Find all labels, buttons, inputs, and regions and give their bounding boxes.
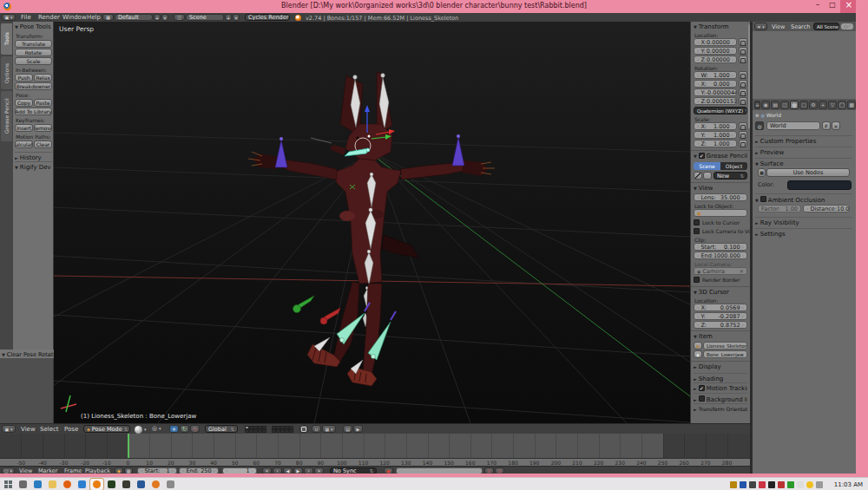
cursor-z-field[interactable]: Z:0.8752 bbox=[694, 321, 747, 329]
mode-select[interactable]: ◈Pose Mode bbox=[83, 425, 130, 433]
background-images-panel-header[interactable]: ►Background Images bbox=[694, 393, 747, 403]
properties-tab-material[interactable]: ◯ bbox=[838, 101, 846, 109]
menu-render[interactable]: Render bbox=[38, 14, 60, 21]
history-panel-header[interactable]: ►History bbox=[15, 152, 52, 161]
timeline-track-area[interactable] bbox=[0, 434, 750, 458]
outliner-editor-type-menu[interactable]: ≡ bbox=[754, 23, 767, 30]
grease-object-toggle[interactable]: Object bbox=[720, 162, 747, 170]
world-color-swatch[interactable] bbox=[787, 180, 852, 190]
prev-keyframe-button[interactable]: ‹ bbox=[273, 467, 282, 474]
viewport-editor-type-menu[interactable]: ▣ bbox=[2, 425, 16, 433]
view-panel-header[interactable]: ▼View bbox=[694, 185, 713, 192]
paste-pose-button[interactable]: Paste bbox=[34, 99, 52, 107]
editor-type-menu[interactable]: ▣ bbox=[2, 14, 16, 21]
properties-tab-modifiers[interactable]: + bbox=[819, 101, 827, 109]
viewport-menu-view[interactable]: View bbox=[21, 426, 36, 433]
lock-rotation-w-button[interactable] bbox=[739, 71, 747, 79]
pose-tools-panel-header[interactable]: ▼Pose Tools bbox=[15, 23, 51, 30]
snap-toggle-button[interactable]: ∪ bbox=[312, 425, 321, 433]
surface-panel-header[interactable]: ▼Surface bbox=[755, 158, 852, 167]
world-icon-button[interactable]: ◍ bbox=[755, 121, 765, 130]
layer-toggle[interactable] bbox=[262, 429, 266, 433]
tab-options[interactable]: Options bbox=[1, 56, 12, 89]
timeline-menu-view[interactable]: View bbox=[19, 467, 32, 474]
pivot-point-select[interactable]: ◎ bbox=[152, 425, 161, 432]
tray-paint-icon[interactable] bbox=[759, 481, 766, 488]
rotation-mode-select[interactable]: Quaternion (WXYZ) bbox=[694, 107, 747, 114]
add-to-library-button[interactable]: Add To Library bbox=[15, 108, 52, 115]
maximize-button[interactable]: □ bbox=[825, 1, 839, 13]
menu-window[interactable]: Window bbox=[62, 14, 87, 21]
background-images-checkbox[interactable] bbox=[699, 395, 705, 402]
use-preview-range-button[interactable]: ◆ bbox=[115, 467, 123, 474]
layers-grid-1[interactable] bbox=[245, 426, 268, 434]
tray-gold-icon[interactable] bbox=[730, 481, 737, 488]
cursor-3d-panel-header[interactable]: ▼3D Cursor bbox=[694, 289, 729, 296]
transform-orientations-panel-header[interactable]: ►Transform Orientations bbox=[694, 403, 747, 412]
current-frame-line[interactable] bbox=[128, 434, 129, 458]
location-z-field[interactable]: Z:0.00000 bbox=[694, 56, 737, 63]
render-engine-select[interactable]: Cycles Render bbox=[245, 14, 290, 21]
relax-button[interactable]: Relax bbox=[34, 74, 52, 82]
grease-draw-icon[interactable] bbox=[694, 172, 702, 180]
lock-location-z-button[interactable] bbox=[739, 56, 747, 63]
jump-to-start-button[interactable]: « bbox=[262, 467, 272, 474]
properties-tab-render[interactable]: ◉ bbox=[761, 101, 770, 109]
minimize-button[interactable]: – bbox=[811, 0, 825, 12]
outliner-scope-select[interactable]: All Scenes bbox=[813, 23, 839, 30]
settings-panel-header[interactable]: ►Settings bbox=[755, 228, 852, 238]
item-object-field[interactable]: Lioness_Skeleton bbox=[703, 342, 747, 350]
taskbar-app-file-explorer[interactable] bbox=[46, 479, 59, 490]
opengl-render-button[interactable]: ▤ bbox=[343, 425, 352, 433]
taskbar-app-dark-flag-app[interactable] bbox=[120, 479, 133, 490]
clip-end-field[interactable]: End:1000.000 bbox=[694, 252, 747, 259]
taskbar-app-internet-explorer[interactable] bbox=[31, 479, 44, 490]
opengl-render-anim-button[interactable]: ▶ bbox=[353, 425, 363, 433]
ao-distance-field[interactable]: Distance:10.000 bbox=[803, 205, 850, 212]
fake-user-button[interactable]: F bbox=[822, 121, 831, 130]
properties-tab-texture[interactable]: ▩ bbox=[847, 101, 856, 109]
timeline-editor-type-menu[interactable]: ○ bbox=[2, 467, 15, 474]
lock-scale-x-button[interactable] bbox=[739, 122, 747, 130]
rigify-dev-tools-panel-header[interactable]: ▼Rigify Dev Tools bbox=[15, 161, 52, 171]
timeline-menu-marker[interactable]: Marker bbox=[38, 467, 57, 474]
play-reverse-button[interactable]: ◀ bbox=[283, 467, 293, 474]
lock-scale-y-button[interactable] bbox=[739, 131, 747, 139]
properties-tab-render-layers[interactable]: ▤ bbox=[771, 101, 779, 109]
tray-green-icon[interactable] bbox=[787, 481, 794, 488]
delete-keyframes-button[interactable]: ∅ bbox=[495, 467, 504, 474]
location-x-field[interactable]: X:0.00000 bbox=[694, 38, 737, 46]
taskbar-app-blender[interactable] bbox=[90, 479, 103, 490]
scene-delete-button[interactable]: × bbox=[233, 14, 240, 21]
scale-button[interactable]: Scale bbox=[15, 57, 52, 65]
item-bone-field[interactable]: Bone_Lowerjaw bbox=[703, 350, 747, 358]
layers-grid-2[interactable] bbox=[272, 426, 295, 434]
outliner-search-input[interactable]: ○⟋ bbox=[840, 23, 854, 30]
layer-toggle[interactable] bbox=[262, 426, 266, 429]
taskbar-app-dark-green-app[interactable] bbox=[105, 479, 118, 490]
calculate-paths-button[interactable]: Calculate bbox=[15, 140, 33, 148]
orientation-select[interactable]: Global bbox=[205, 425, 238, 433]
insert-keyframe-button[interactable]: Insert bbox=[15, 124, 33, 132]
transform-panel-header[interactable]: ▼Transform bbox=[694, 23, 729, 30]
viewport-shading-select[interactable] bbox=[135, 426, 147, 434]
tray-blue-icon[interactable] bbox=[740, 481, 746, 488]
frame-lock-button[interactable]: ▦ bbox=[124, 467, 133, 474]
layer-toggle[interactable] bbox=[289, 426, 293, 429]
layout-delete-button[interactable]: × bbox=[161, 14, 168, 21]
grease-pencil-checkbox[interactable]: ✓ bbox=[699, 153, 705, 159]
window-titlebar[interactable]: Blender [D:\My work\0organized works\3d\… bbox=[0, 0, 868, 13]
frame-start-field[interactable]: Start:1 bbox=[137, 467, 177, 474]
clear-pose-rotation-panel-header[interactable]: ▼Clear Pose Rotation bbox=[2, 351, 62, 358]
remove-keyframe-button[interactable]: Remove bbox=[34, 124, 52, 132]
sync-mode-select[interactable]: No Sync bbox=[330, 467, 377, 474]
display-panel-header[interactable]: ►Display bbox=[694, 363, 721, 370]
tray-sun-icon[interactable] bbox=[806, 481, 813, 488]
lock-camera-checkbox[interactable] bbox=[694, 228, 700, 234]
taskbar-app-messaging-app[interactable] bbox=[76, 479, 89, 490]
scene-add-button[interactable]: + bbox=[225, 14, 232, 21]
manipulator-rotate-button[interactable]: ↻ bbox=[180, 425, 189, 433]
tray-volume-icon[interactable] bbox=[797, 481, 804, 488]
lock-scale-z-button[interactable] bbox=[739, 140, 747, 147]
tray-speaker-red-icon[interactable] bbox=[778, 481, 785, 488]
